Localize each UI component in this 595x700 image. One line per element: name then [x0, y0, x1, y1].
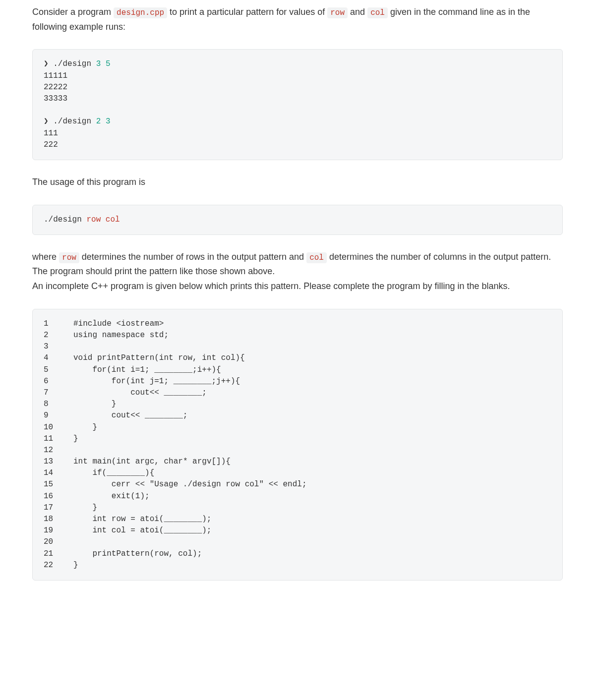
line-content: } [73, 422, 97, 433]
line-content: } [73, 560, 78, 571]
code-line: 5 for(int i=1; ________;i++){ [44, 364, 551, 376]
inline-code-row: row [327, 7, 348, 18]
arg: 2 [96, 117, 101, 126]
code-line: 20 [44, 536, 551, 548]
line-number: 19 [44, 525, 73, 536]
code-line: 15 cerr << "Usage ./design row col" << e… [44, 479, 551, 490]
line-content: cout<< ________; [73, 410, 187, 421]
line-content: } [73, 502, 97, 514]
code-line: 21 printPattern(row, col); [44, 548, 551, 560]
code-line: 2using namespace std; [44, 330, 551, 341]
usage-row: row [86, 215, 101, 224]
description-paragraph: where row determines the number of rows … [32, 250, 563, 294]
code-line: 18 int row = atoi(________); [44, 514, 551, 525]
line-number: 22 [44, 560, 73, 571]
line-number: 1 [44, 318, 73, 330]
line-content: printPattern(row, col); [73, 548, 202, 560]
code-line: 11} [44, 433, 551, 445]
code-line: 8 } [44, 399, 551, 410]
line-content: cerr << "Usage ./design row col" << endl… [73, 479, 306, 490]
usage-paragraph: The usage of this program is [32, 175, 563, 190]
text: where [32, 252, 59, 262]
inline-code-col2: col [306, 252, 327, 263]
inline-code-row2: row [59, 252, 79, 263]
arg: 5 [106, 59, 111, 68]
example-runs-codeblock: ❯ ./design 3 5 11111 22222 33333 ❯ ./des… [32, 49, 563, 160]
cpp-source-codeblock: 1#include <iostream>2using namespace std… [32, 309, 563, 581]
line-number: 21 [44, 548, 73, 560]
line-number: 9 [44, 410, 73, 421]
line-content: cout<< ________; [73, 387, 207, 399]
code-line: 6 for(int j=1; ________;j++){ [44, 376, 551, 387]
line-number: 3 [44, 341, 73, 352]
code-line: 4void printPattern(int row, int col){ [44, 352, 551, 364]
line-content: } [73, 433, 78, 445]
line-number: 20 [44, 536, 73, 548]
line-content: } [73, 399, 116, 410]
line-number: 4 [44, 352, 73, 364]
code-line: 17 } [44, 502, 551, 514]
line-content: int col = atoi(________); [73, 525, 211, 536]
line-content: int main(int argc, char* argv[]){ [73, 456, 231, 467]
line-number: 11 [44, 433, 73, 445]
line-number: 2 [44, 330, 73, 341]
output-line: 33333 [44, 94, 67, 103]
line-number: 14 [44, 467, 73, 479]
output-line: 11111 [44, 71, 67, 80]
line-number: 13 [44, 456, 73, 467]
line-number: 5 [44, 364, 73, 376]
line-content: for(int i=1; ________;i++){ [73, 364, 221, 376]
line-content: for(int j=1; ________;j++){ [73, 376, 240, 387]
line-content: using namespace std; [73, 330, 169, 341]
line-number: 17 [44, 502, 73, 514]
arg: 3 [96, 59, 101, 68]
code-line: 13int main(int argc, char* argv[]){ [44, 456, 551, 467]
text: to print a particular pattern for values… [167, 7, 327, 17]
output-line: 22222 [44, 83, 67, 92]
line-number: 12 [44, 445, 73, 456]
line-number: 10 [44, 422, 73, 433]
line-number: 6 [44, 376, 73, 387]
line-content: exit(1); [73, 491, 150, 502]
inline-code-designcpp: design.cpp [114, 7, 167, 18]
code-line: 22} [44, 560, 551, 571]
code-line: 12 [44, 445, 551, 456]
text: An incomplete C++ program is given below… [32, 279, 563, 294]
code-line: 1#include <iostream> [44, 318, 551, 330]
usage-codeblock: ./design row col [32, 205, 563, 235]
text: and [348, 7, 367, 17]
output-line: 111 [44, 129, 58, 138]
line-content: int row = atoi(________); [73, 514, 211, 525]
code-line: 19 int col = atoi(________); [44, 525, 551, 536]
code-line: 16 exit(1); [44, 491, 551, 502]
code-line: 9 cout<< ________; [44, 410, 551, 421]
line-number: 8 [44, 399, 73, 410]
text: Consider a program [32, 7, 114, 17]
usage-col: col [106, 215, 120, 224]
text: ❯ ./design [44, 59, 96, 68]
text: ❯ ./design [44, 117, 96, 126]
code-line: 3 [44, 341, 551, 352]
line-number: 16 [44, 491, 73, 502]
code-line: 14 if(________){ [44, 467, 551, 479]
line-content: void printPattern(int row, int col){ [73, 352, 245, 364]
intro-paragraph: Consider a program design.cpp to print a… [32, 5, 563, 34]
code-line: 7 cout<< ________; [44, 387, 551, 399]
text: The usage of this program is [32, 175, 563, 190]
line-content: if(________){ [73, 467, 154, 479]
text: ./design [44, 215, 86, 224]
line-number: 7 [44, 387, 73, 399]
code-line: 10 } [44, 422, 551, 433]
text: determines the number of rows in the out… [79, 252, 306, 262]
line-number: 18 [44, 514, 73, 525]
output-line: 222 [44, 140, 58, 149]
line-content: #include <iostream> [73, 318, 164, 330]
arg: 3 [106, 117, 111, 126]
line-number: 15 [44, 479, 73, 490]
inline-code-col: col [367, 7, 388, 18]
